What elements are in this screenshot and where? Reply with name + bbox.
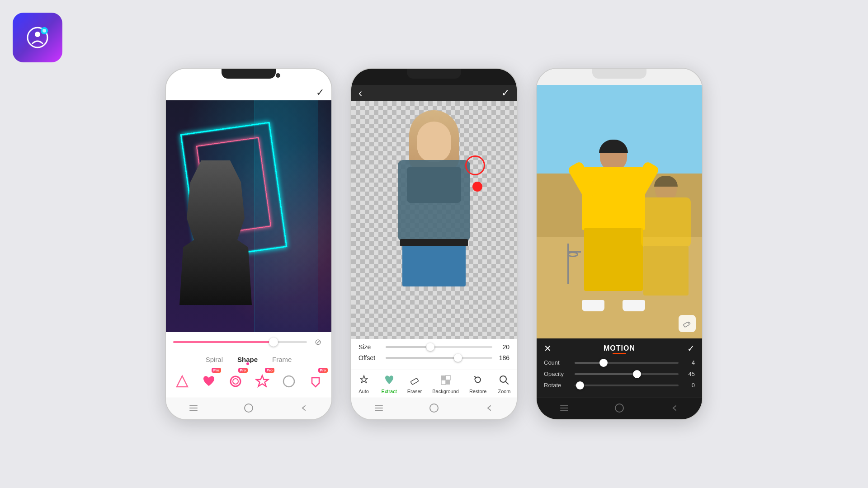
phone1-erase-icon[interactable]: ⊘ xyxy=(311,336,324,348)
auto-label: Auto xyxy=(359,389,369,394)
phone3-nav-home[interactable] xyxy=(613,402,626,414)
tab-spiral[interactable]: Spiral xyxy=(206,356,223,363)
phone2-back[interactable]: ‹ xyxy=(359,87,362,99)
svg-point-23 xyxy=(430,404,438,412)
phone2-nav-back[interactable] xyxy=(483,402,495,414)
phone1-slider-fill xyxy=(173,341,274,343)
svg-rect-28 xyxy=(560,410,568,411)
phone1-notch xyxy=(222,69,276,79)
offset-control-row: Offset 186 xyxy=(359,354,509,361)
opacity-slider[interactable] xyxy=(575,373,679,375)
svg-line-19 xyxy=(505,381,508,384)
red-circle-indicator xyxy=(465,155,485,175)
size-control-row: Size 20 xyxy=(359,343,509,351)
svg-rect-22 xyxy=(375,410,383,411)
svg-point-8 xyxy=(283,376,294,387)
svg-rect-20 xyxy=(375,405,383,406)
offset-label: Offset xyxy=(359,354,382,361)
motion-panel: ✕ MOTION ✓ Count 4 xyxy=(537,338,702,398)
phone1-nav-back[interactable] xyxy=(297,402,310,414)
svg-point-6 xyxy=(233,379,238,384)
phone1-notch-dot xyxy=(276,73,280,78)
tool-eraser[interactable]: Eraser xyxy=(407,373,422,394)
count-slider[interactable] xyxy=(575,362,679,364)
svg-rect-11 xyxy=(189,410,198,411)
svg-rect-13 xyxy=(410,378,419,385)
motion-check-btn[interactable]: ✓ xyxy=(687,343,695,354)
tool-extract[interactable]: Extract xyxy=(382,373,397,394)
opacity-control: Opacity 45 xyxy=(544,371,695,377)
motion-title-bar: ✕ MOTION ✓ xyxy=(537,338,702,357)
size-label: Size xyxy=(359,343,382,351)
phone1-check[interactable]: ✓ xyxy=(316,87,324,99)
phone3-image-area xyxy=(537,85,702,338)
eraser-icon xyxy=(407,373,422,387)
phone3-nav-back[interactable] xyxy=(668,402,681,414)
shape-circle-outline[interactable] xyxy=(278,370,299,393)
phone2-content: ‹ ✓ xyxy=(351,85,517,398)
shape-circle-ring[interactable]: Pro xyxy=(225,370,246,393)
phone1-nav-home[interactable] xyxy=(242,402,255,414)
phone1-image-area xyxy=(166,100,331,332)
rotate-thumb[interactable] xyxy=(576,381,584,389)
svg-rect-27 xyxy=(560,408,568,408)
tab-shape[interactable]: Shape xyxy=(237,356,258,363)
background-label: Background xyxy=(432,389,459,394)
phone1-slider-thumb[interactable] xyxy=(269,338,278,347)
phone2-tool-bar: Auto Extract Eraser xyxy=(351,370,517,398)
shape-custom[interactable]: Pro xyxy=(305,370,326,393)
svg-point-29 xyxy=(615,404,623,412)
shape-triangle[interactable] xyxy=(171,370,193,393)
phone2-top-bar: ‹ ✓ xyxy=(351,85,517,101)
opacity-thumb[interactable] xyxy=(633,370,641,378)
eraser-label: Eraser xyxy=(407,389,422,394)
hoop-pole xyxy=(567,244,569,284)
offset-slider-fill xyxy=(386,357,458,359)
svg-point-5 xyxy=(231,376,241,386)
restore-icon xyxy=(471,373,485,387)
phone1-slider-track[interactable] xyxy=(173,341,307,343)
phone3-notch xyxy=(592,69,646,79)
phone2-nav-menu[interactable] xyxy=(373,402,385,414)
phones-container: ✓ ⊘ Spiral Shape Frame xyxy=(0,0,868,488)
tab-frame[interactable]: Frame xyxy=(272,356,292,363)
phone2-nav-home[interactable] xyxy=(428,402,440,414)
phone1-nav-menu[interactable] xyxy=(187,402,200,414)
svg-rect-16 xyxy=(441,380,446,385)
svg-rect-9 xyxy=(189,405,198,406)
size-slider-fill xyxy=(386,346,430,348)
size-slider[interactable] xyxy=(386,346,492,348)
offset-slider[interactable] xyxy=(386,357,492,359)
tool-auto[interactable]: Auto xyxy=(357,373,371,394)
count-thumb[interactable] xyxy=(599,359,608,367)
ghost-person xyxy=(634,176,698,311)
tool-restore[interactable]: Restore xyxy=(469,373,487,394)
svg-point-1 xyxy=(35,32,40,37)
tool-background[interactable]: Background xyxy=(432,373,459,394)
motion-controls: Count 4 Opacity 45 xyxy=(537,357,702,398)
offset-slider-thumb[interactable] xyxy=(454,354,462,362)
phone2-bottom-nav xyxy=(351,398,517,419)
count-label: Count xyxy=(544,359,571,366)
rotate-slider[interactable] xyxy=(575,385,679,386)
phone2-check[interactable]: ✓ xyxy=(501,87,509,99)
tool-zoom[interactable]: Zoom xyxy=(497,373,511,394)
phone3-nav-menu[interactable] xyxy=(558,402,571,414)
motion-close-btn[interactable]: ✕ xyxy=(544,343,552,354)
phone3-content: ✕ MOTION ✓ Count 4 xyxy=(537,85,702,398)
phone1-tab-row: Spiral Shape Frame xyxy=(166,352,331,366)
phone3-eraser-btn[interactable] xyxy=(679,315,696,332)
size-slider-thumb[interactable] xyxy=(426,343,434,351)
app-logo xyxy=(13,13,62,62)
phone3-bottom-nav xyxy=(537,398,702,419)
offset-value: 186 xyxy=(496,354,509,361)
restore-label: Restore xyxy=(469,389,487,394)
shape-heart[interactable]: Pro xyxy=(198,370,219,393)
phone-1: ✓ ⊘ Spiral Shape Frame xyxy=(165,68,332,420)
shape-star[interactable]: Pro xyxy=(251,370,273,393)
phone1-notch-bar xyxy=(166,69,331,85)
person-overlay xyxy=(351,101,517,339)
svg-point-3 xyxy=(42,29,46,33)
svg-rect-21 xyxy=(375,408,383,408)
phone1-bottom-nav xyxy=(166,398,331,419)
